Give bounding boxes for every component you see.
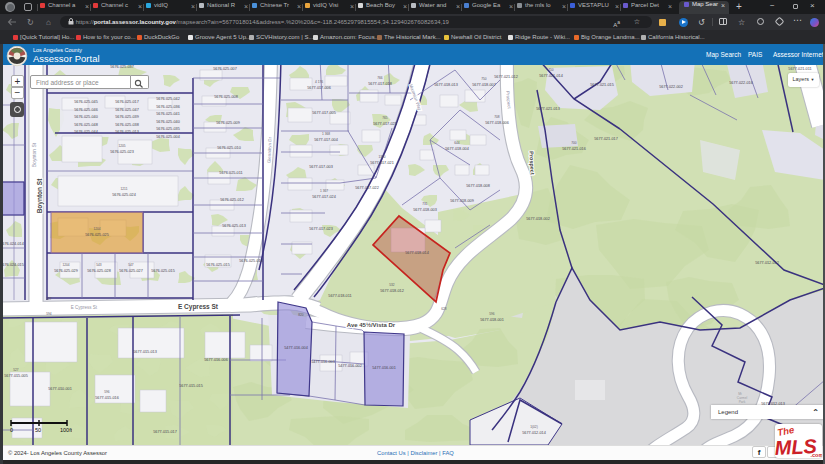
svg-text:5677-021-014: 5677-021-014: [539, 74, 563, 78]
svg-text:Glenalbyn Dr: Glenalbyn Dr: [267, 136, 273, 163]
svg-text:5677-015-017: 5677-015-017: [153, 430, 177, 434]
svg-text:5676-025-024: 5676-025-024: [112, 193, 136, 197]
svg-text:5677-021-015: 5677-021-015: [590, 83, 614, 87]
svg-text:5676-025-041: 5676-025-041: [156, 112, 180, 116]
svg-text:5676-025-017: 5676-025-017: [115, 100, 139, 104]
svg-text:5676-025-010: 5676-025-010: [217, 146, 241, 150]
svg-text:5677-015-016: 5677-015-016: [95, 396, 119, 400]
svg-text:0: 0: [10, 427, 13, 433]
svg-text:5677-017-006: 5677-017-006: [307, 86, 331, 90]
svg-text:527: 527: [46, 297, 52, 301]
svg-text:5676-025-038: 5676-025-038: [115, 123, 139, 127]
svg-text:5676-025-046: 5676-025-046: [74, 108, 98, 112]
svg-text:547: 547: [128, 263, 134, 267]
svg-text:4 176: 4 176: [315, 80, 323, 84]
svg-text:596: 596: [104, 390, 110, 394]
svg-text:5676-025-011: 5676-025-011: [219, 171, 242, 175]
svg-text:5677-017-021: 5677-017-021: [370, 161, 394, 165]
svg-text:820: 820: [298, 313, 304, 317]
svg-text:5677-016-006: 5677-016-006: [204, 358, 228, 362]
svg-text:5676-025-015: 5676-025-015: [206, 263, 230, 267]
svg-text:E Cypress St: E Cypress St: [178, 303, 219, 311]
svg-text:5677-022-016: 5677-022-016: [729, 81, 753, 85]
svg-text:594: 594: [46, 312, 52, 316]
svg-text:5677-017-003: 5677-017-003: [309, 165, 333, 169]
svg-text:Boynton St: Boynton St: [31, 142, 37, 167]
svg-text:5676-025-013: 5676-025-013: [222, 224, 246, 228]
svg-text:5677-015-005: 5677-015-005: [4, 374, 28, 378]
svg-text:765: 765: [382, 116, 388, 120]
svg-text:5676-025-015: 5676-025-015: [151, 269, 175, 273]
svg-text:5677-018-004: 5677-018-004: [445, 147, 469, 151]
svg-text:5676-025-028: 5676-025-028: [87, 269, 111, 273]
svg-text:5677-018-011: 5677-018-011: [328, 294, 351, 298]
svg-text:5677-018-007: 5677-018-007: [472, 83, 496, 87]
svg-text:5677-017-023: 5677-017-023: [309, 227, 333, 231]
svg-text:1 368: 1 368: [322, 132, 330, 136]
svg-text:5677-017-022: 5677-017-022: [355, 186, 379, 190]
svg-text:710: 710: [548, 68, 554, 72]
svg-text:5677-021-017: 5677-021-017: [594, 137, 618, 141]
svg-text:5676-025-013: 5676-025-013: [115, 130, 139, 134]
svg-text:5677-012-012: 5677-012-012: [755, 261, 779, 265]
svg-text:766: 766: [377, 76, 383, 80]
svg-text:5676-025-023: 5676-025-023: [110, 150, 134, 154]
svg-text:5676-025-029: 5676-025-029: [54, 269, 78, 273]
svg-text:5677-021-011: 5677-021-011: [788, 67, 811, 71]
svg-text:5677-017-018: 5677-017-018: [368, 82, 392, 86]
svg-text:Prospect: Prospect: [528, 151, 535, 175]
svg-text:1204: 1204: [62, 263, 69, 267]
svg-text:5676-025-044: 5676-025-044: [74, 130, 98, 134]
svg-text:5676-025-047: 5676-025-047: [115, 108, 139, 112]
svg-text:5676-025-035: 5676-025-035: [156, 127, 180, 131]
svg-text:E Cypress St: E Cypress St: [71, 305, 98, 310]
svg-text:5676-025-004: 5676-025-004: [156, 135, 180, 139]
svg-text:Boynton St: Boynton St: [36, 178, 44, 213]
svg-text:5677-018-008: 5677-018-008: [466, 184, 490, 188]
svg-text:100ft: 100ft: [60, 427, 72, 433]
svg-text:5676-025-037: 5676-025-037: [110, 65, 134, 69]
svg-text:5677-018-013: 5677-018-013: [434, 83, 458, 87]
svg-text:5477-016-001: 5477-016-001: [372, 366, 396, 370]
svg-text:5676-025-040: 5676-025-040: [156, 120, 180, 124]
svg-text:5676-025-042: 5676-025-042: [156, 97, 180, 101]
svg-text:1205: 1205: [118, 144, 125, 148]
svg-text:5676-025-025: 5676-025-025: [85, 233, 109, 237]
svg-text:5677-021-012: 5677-021-012: [494, 75, 518, 79]
svg-text:5676-025-007: 5676-025-007: [213, 67, 237, 71]
svg-text:5676-024-014: 5676-024-014: [0, 242, 24, 246]
svg-text:5676-025-012: 5676-025-012: [220, 198, 244, 202]
svg-text:1211: 1211: [121, 187, 128, 191]
svg-text:5677-018-012: 5677-018-012: [380, 289, 404, 293]
svg-text:628: 628: [441, 307, 447, 311]
svg-text:527: 527: [13, 368, 19, 372]
svg-text:5477-016-002: 5477-016-002: [338, 364, 362, 368]
svg-text:5677-018-006: 5677-018-006: [485, 121, 509, 125]
svg-text:5677-018-009: 5677-018-009: [450, 199, 474, 203]
svg-text:5677-010-001: 5677-010-001: [48, 387, 72, 391]
svg-text:5676-025-009: 5676-025-009: [216, 121, 240, 125]
svg-text:5677-018-014: 5677-018-014: [405, 251, 429, 255]
svg-text:708: 708: [494, 115, 500, 119]
svg-text:1(02): 1(02): [530, 425, 537, 429]
svg-text:596: 596: [489, 312, 495, 316]
svg-text:5677-012-014: 5677-012-014: [522, 431, 546, 435]
svg-text:543: 543: [96, 263, 102, 267]
svg-text:5676-025-027: 5676-025-027: [119, 269, 143, 273]
svg-text:5676-025-036: 5676-025-036: [156, 105, 180, 109]
svg-text:5677-017-025: 5677-017-025: [373, 122, 397, 126]
svg-text:5677-017-004: 5677-017-004: [314, 138, 338, 142]
svg-text:5677-015-013: 5677-015-013: [133, 350, 157, 354]
svg-text:700: 700: [571, 141, 577, 145]
svg-text:5477-016-004: 5477-016-004: [284, 346, 308, 350]
svg-text:50: 50: [35, 427, 41, 433]
svg-text:5677-017-024: 5677-017-024: [312, 195, 336, 199]
svg-text:532: 532: [389, 283, 395, 287]
svg-text:Ave 45½/Vista Dr: Ave 45½/Vista Dr: [347, 322, 396, 328]
svg-text:1360: 1360: [378, 155, 385, 159]
svg-text:1204: 1204: [93, 227, 100, 231]
svg-text:.com: .com: [811, 452, 823, 458]
svg-text:5477-016-003: 5477-016-003: [311, 360, 335, 364]
svg-text:Park: Park: [739, 400, 746, 404]
svg-text:644: 644: [454, 141, 460, 145]
